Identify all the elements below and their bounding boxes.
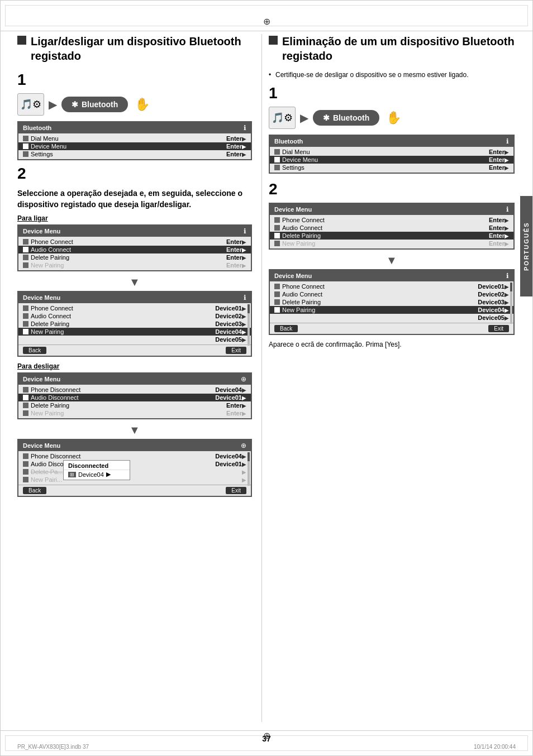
row-icon-delete-pair1 <box>23 255 28 260</box>
bluetooth-badge-right1: ✱ Bluetooth <box>313 110 379 126</box>
left-device-menu-connect1: Device Menu ℹ Phone Connect Enter ▶ Audi… <box>17 224 252 271</box>
right-row-value-settings: Enter <box>489 164 505 171</box>
right-row-icon-settings <box>274 165 280 170</box>
overlay-arrow: ▶ <box>106 471 111 478</box>
row-arrow-audio-disc2: ▶ <box>242 461 246 467</box>
right-row-arrow-new-del4: ▶ <box>505 307 509 313</box>
right-row-arrow-phone-del1: ▶ <box>505 284 509 290</box>
left-bt-row1: 🎵⚙ ▶ ✱ Bluetooth ✋ <box>17 93 252 116</box>
right-row-label-audio-del2: Audio Connect <box>280 291 478 298</box>
connected-device-label: ⊞ Device04 ▶ <box>64 470 130 479</box>
right-bt-menu: Bluetooth ℹ Dial Menu Enter ▶ Device Men… <box>269 135 515 174</box>
right-row-label-settings: Settings <box>280 164 489 171</box>
arrow-down-delete: ▼ <box>269 254 515 267</box>
right-device-menu-delete2-title: Device Menu <box>274 272 312 279</box>
row-label-delete-disc1: Delete Pairing <box>28 402 226 409</box>
right-row-value-phone-conn: Enter <box>489 217 505 223</box>
row-icon-new-pair1 <box>23 262 28 268</box>
left-device-menu-disconnect1: Device Menu ⊕ Phone Disconnect Device04 … <box>17 372 252 419</box>
device-menu-connect2-icon: ℹ <box>244 294 246 302</box>
back-btn-connect2[interactable]: Back <box>23 347 46 354</box>
menu-row-phone-disc2: Phone Disconnect Device04 ▶ <box>18 452 251 460</box>
scrollbar-connect2 <box>248 304 250 346</box>
arrow-down-ligar: ▼ <box>17 276 252 289</box>
right-row-label-dial: Dial Menu <box>280 149 489 155</box>
row-arrow-phone-dev1: ▶ <box>242 305 246 312</box>
row-label-settings: Settings <box>28 151 226 157</box>
row-icon-phone-disc1 <box>23 387 28 393</box>
right-row-icon-delete-del3 <box>274 299 280 305</box>
right-row-arrow-audio-del2: ▶ <box>505 291 509 298</box>
right-menu-row-phone-del1: Phone Connect Device01 ▶ <box>270 283 513 290</box>
row-icon-new-disc1 <box>23 410 28 416</box>
right-row-icon-dial <box>274 149 280 155</box>
row-value-phone-disc2: Device04 <box>215 453 242 460</box>
left-device-menu-disconnect2: Device Menu ⊕ Phone Disconnect Device04 … <box>17 439 252 497</box>
right-scrollbar-thumb-delete2 <box>510 283 512 291</box>
row-icon-phone-disc2 <box>23 453 28 459</box>
right-device-menu-delete2: Device Menu ℹ Phone Connect Device01 ▶ A… <box>269 269 515 335</box>
right-device-menu-delete1-rows: Phone Connect Enter ▶ Audio Connect Ente… <box>270 215 513 248</box>
left-device-menu-connect2-header: Device Menu ℹ <box>18 292 251 303</box>
row-icon-audio-dev2 <box>23 313 28 319</box>
row-icon-delete-disc2 <box>23 469 28 475</box>
right-row-label-phone-conn: Phone Connect <box>280 217 489 223</box>
exit-btn-disconnect2[interactable]: Exit <box>226 487 246 494</box>
right-back-btn-delete2[interactable]: Back <box>274 325 298 332</box>
device-menu-connect2-title: Device Menu <box>23 294 60 301</box>
menu-row-audio-conn: Audio Connect Enter ▶ <box>18 246 251 253</box>
right-step2-num: 2 <box>269 180 515 198</box>
exit-btn-connect2[interactable]: Exit <box>226 347 246 354</box>
row-arrow-audio-conn: ▶ <box>242 247 246 253</box>
row-icon-audio-conn <box>23 247 28 252</box>
back-btn-disconnect2[interactable]: Back <box>23 487 46 494</box>
row-arrow-new-dev4: ▶ <box>242 329 246 335</box>
right-exit-btn-delete2[interactable]: Exit <box>488 325 509 332</box>
row-icon-settings <box>23 151 28 157</box>
para-ligar-label: Para ligar <box>17 214 252 222</box>
right-row-label-delete-pair: Delete Pairing <box>280 232 489 239</box>
title-bullet <box>17 36 26 45</box>
device-menu-connect2-rows: Phone Connect Device01 ▶ Audio Connect D… <box>18 303 251 344</box>
right-row-value-audio-conn: Enter <box>489 224 505 231</box>
row-icon-audio-disc1 <box>23 395 28 400</box>
device-menu-connect1-title: Device Menu <box>23 228 60 235</box>
menu-row-audio-disc2: Audio Disconnect _ Device01 ▶ <box>18 460 251 468</box>
disconnected-label: Disconnected <box>64 462 130 470</box>
right-row-arrow-delete-del3: ▶ <box>505 299 509 305</box>
row-value-audio-disc2: Device01 <box>215 461 242 467</box>
bt-badge-label: Bluetooth <box>82 100 118 109</box>
left-column: Ligar/desligar um dispositivo Bluetooth … <box>17 34 252 501</box>
para-desligar-label: Para desligar <box>17 362 252 370</box>
right-row-icon-delete-pair <box>274 233 280 238</box>
right-row-label-new-pair: New Pairing <box>280 240 489 247</box>
right-column: Eliminação de um um dispositivo Bluetoot… <box>269 34 515 348</box>
device-menu-connect2-bottom: Back Exit <box>18 344 251 356</box>
row-icon-delete-dev3 <box>23 321 28 327</box>
left-device-menu-connect1-header: Device Menu ℹ <box>18 226 251 237</box>
row-arrow-delete-disc2: ▶ <box>242 469 246 475</box>
menu-row-new-pair1: New Pairing Enter ▶ <box>18 261 251 269</box>
menu-row-dial: Dial Menu Enter ▶ <box>18 135 251 142</box>
arrow-down-desligar: ▼ <box>17 424 252 437</box>
right-device-menu-delete1-title: Device Menu <box>274 206 312 213</box>
device-menu-disconnect1-icon: ⊕ <box>241 375 246 383</box>
right-row-arrow-phone-conn: ▶ <box>505 217 509 223</box>
row-arrow-device: ▶ <box>242 143 246 150</box>
device-menu-disconnect2-rows: Phone Disconnect Device04 ▶ Audio Discon… <box>18 451 251 485</box>
right-scrollbar-delete2 <box>510 283 512 324</box>
right-row-arrow-device: ▶ <box>505 157 509 163</box>
right-menu-row-dial: Dial Menu Enter ▶ <box>270 148 513 156</box>
right-section-title: Eliminação de um um dispositivo Bluetoot… <box>269 34 515 63</box>
row-label-phone-disc1: Phone Disconnect <box>28 386 215 393</box>
row-value-phone-conn: Enter <box>226 238 242 245</box>
right-row-arrow-new-pair: ▶ <box>505 241 509 247</box>
bt-menu-header-icon: ℹ <box>244 124 246 132</box>
scrollbar-thumb-connect2 <box>248 304 250 313</box>
right-step1-num: 1 <box>269 84 515 102</box>
row-arrow-phone-conn: ▶ <box>242 239 246 245</box>
right-row-label-delete-del3: Delete Pairing <box>280 299 478 305</box>
left-step2-desc: Seleccione a operação desejada e, em seg… <box>17 188 252 210</box>
row-value-settings: Enter <box>226 151 242 157</box>
right-menu-row-delete-pair: Delete Pairing Enter ▶ <box>270 232 513 240</box>
